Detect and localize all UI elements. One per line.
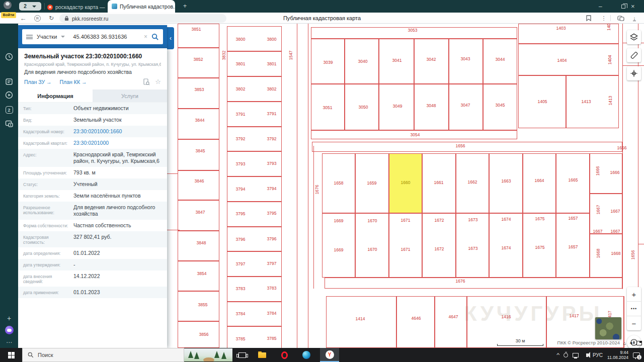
measure-ruler-button[interactable]	[627, 48, 641, 62]
parcel-outline[interactable]	[178, 321, 219, 348]
parcel-outline[interactable]	[178, 200, 219, 231]
parcel-outline[interactable]	[389, 213, 422, 278]
info-field-row: Статус:Учтенный	[18, 178, 167, 190]
search-input[interactable]: Участки 45.406383 36.931636 ×	[22, 29, 163, 44]
zoom-out-button[interactable]: −	[627, 316, 641, 330]
tabs-panel-button[interactable]: 2	[0, 106, 18, 114]
field-value-link[interactable]: 23:30:0201000	[73, 140, 162, 146]
minimize-button[interactable]: –	[599, 0, 614, 13]
notification-center-icon[interactable]: 1	[633, 352, 640, 358]
taskbar-search[interactable]: Поиск	[22, 348, 184, 362]
chevron-down-icon[interactable]	[61, 36, 65, 38]
add-panel-icon[interactable]: +	[0, 314, 18, 322]
plan-zu-link[interactable]: План ЗУ →	[24, 79, 52, 85]
compass-star-icon[interactable]: ✦	[629, 340, 633, 346]
minimap-toggle-icon[interactable]	[636, 341, 642, 345]
more-menu-icon[interactable]: ⋮	[600, 13, 608, 24]
parcel-outline[interactable]	[178, 139, 219, 170]
yandex-home-button[interactable]: Я	[32, 13, 42, 24]
signin-badge[interactable]: Войти	[1, 12, 16, 18]
task-view-button[interactable]	[232, 348, 252, 362]
zoom-in-button[interactable]: +	[627, 287, 641, 301]
chat-icon[interactable]	[0, 120, 18, 128]
home-icon[interactable]: ⌂	[623, 340, 626, 346]
rail-more-icon[interactable]: ⋯	[0, 339, 18, 346]
parcel-outline[interactable]	[325, 278, 622, 289]
tab-counter-button[interactable]: 2	[19, 2, 41, 11]
yandex-browser-button[interactable]: Y	[320, 348, 339, 362]
parcel-label: 3042	[427, 57, 436, 62]
collapse-panel-button[interactable]: ‹	[167, 27, 174, 49]
tab-information[interactable]: Информация	[18, 89, 93, 102]
parcel-outline[interactable]	[449, 39, 483, 84]
parcel-outline[interactable]	[422, 213, 456, 278]
parcel-outline[interactable]	[312, 142, 622, 152]
field-value-link[interactable]: 23:30:0201000:1660	[73, 128, 162, 135]
divider	[610, 15, 611, 21]
parcel-label: 3845	[196, 148, 205, 153]
close-window-button[interactable]: ×	[631, 0, 644, 13]
network-icon[interactable]	[573, 353, 579, 357]
edge-button[interactable]	[297, 348, 316, 362]
opera-button[interactable]	[275, 348, 294, 362]
parcel-outline[interactable]	[178, 170, 219, 200]
bookmark-icon[interactable]	[584, 13, 594, 24]
layers-button[interactable]	[627, 30, 641, 44]
parcel-line	[297, 24, 297, 348]
restore-button[interactable]	[616, 0, 631, 13]
tab-pkk-active[interactable]: Публичная кадастров... ×	[108, 0, 175, 13]
parcel-outline[interactable]	[523, 153, 556, 213]
tray-expand-chevron[interactable]: ^	[556, 352, 559, 357]
file-explorer-button[interactable]	[253, 348, 272, 362]
reload-button[interactable]: ↻	[46, 13, 56, 24]
parcel-outline[interactable]	[396, 296, 435, 348]
clear-search-icon[interactable]: ×	[144, 33, 147, 40]
parcel-outline[interactable]	[456, 213, 489, 278]
coordinates-button[interactable]	[627, 66, 641, 80]
profile-avatar[interactable]	[4, 1, 12, 9]
video-play-icon[interactable]	[0, 91, 18, 99]
parcel-outline[interactable]	[435, 296, 467, 348]
favorite-star-icon[interactable]: ☆	[155, 78, 161, 85]
tray-app-icon[interactable]	[564, 353, 568, 357]
zoom-more-button[interactable]: •••	[627, 301, 641, 316]
parcel-label: 1670	[368, 247, 377, 252]
cadastral-map[interactable]: КУЧУГУРЫ + ••• − 30 м ПКК © Росреестр 20…	[167, 24, 644, 348]
parcel-outline[interactable]	[178, 231, 219, 261]
parcel-outline[interactable]	[178, 78, 219, 109]
tab-yandex-search[interactable]: Я роскадастр карта — Янд	[47, 2, 106, 13]
start-button[interactable]	[0, 348, 22, 362]
parcel-label: 1672	[435, 246, 444, 251]
doc-search-icon[interactable]	[143, 78, 150, 85]
collections-icon[interactable]	[615, 13, 627, 24]
search-query[interactable]: 45.406383 36.931636	[73, 34, 127, 40]
parcel-outline[interactable]	[518, 24, 619, 44]
feed-icon[interactable]	[0, 78, 18, 85]
menu-icon[interactable]	[26, 35, 33, 39]
address-bar[interactable]: pkk.rosreestr.ru	[59, 14, 226, 23]
parcel-outline[interactable]	[556, 153, 590, 213]
parcel-outline[interactable]	[326, 296, 396, 348]
search-category[interactable]: Участки	[37, 34, 57, 40]
search-icon[interactable]	[151, 33, 159, 41]
parcel-outline[interactable]	[178, 261, 219, 291]
alice-icon[interactable]	[0, 326, 18, 334]
new-tab-button[interactable]: +	[181, 3, 189, 10]
downloads-icon[interactable]: ↓	[629, 13, 640, 24]
clock[interactable]: 9:44 11.08.2024	[607, 350, 628, 360]
plan-kk-link[interactable]: План КК →	[60, 79, 87, 85]
parcel-outline[interactable]	[518, 44, 619, 75]
parcel-outline[interactable]	[590, 194, 622, 234]
opera-icon	[281, 351, 288, 359]
news-widget[interactable]	[184, 348, 232, 361]
parcel-outline[interactable]	[178, 48, 219, 78]
language-indicator[interactable]: РУС	[593, 352, 603, 358]
volume-icon[interactable]	[586, 353, 588, 357]
back-button[interactable]: ←	[18, 13, 28, 24]
parcel-label: 3853	[195, 87, 204, 92]
parcel-label: 3795	[236, 211, 246, 216]
tab-services[interactable]: Услуги	[93, 89, 167, 102]
parcel-outline[interactable]	[178, 109, 219, 139]
history-icon[interactable]	[0, 53, 18, 61]
minimap-thumbnail[interactable]	[595, 317, 621, 339]
